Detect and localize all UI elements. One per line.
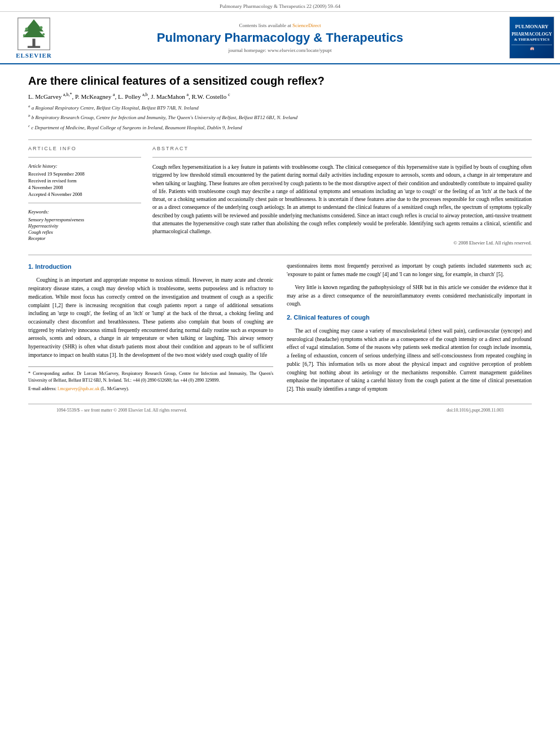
history-label: Article history:: [28, 163, 141, 169]
article-info-heading: ARTICLE INFO: [28, 146, 141, 151]
body-section: 1. Introduction Coughing is an important…: [28, 255, 532, 397]
body-left-col: 1. Introduction Coughing is an important…: [28, 262, 273, 397]
divider-info: [28, 157, 141, 158]
keyword-4: Receptor: [28, 235, 141, 241]
abstract-text: Cough reflex hypersensitization is a key…: [152, 163, 532, 235]
svg-point-6: [23, 34, 25, 36]
footnote-email: E-mail address: l.mcgarvey@qub.ac.uk (L.…: [28, 386, 273, 392]
keyword-2: Hyperreactivity: [28, 223, 141, 229]
sciencedirect-line: Contents lists available at ScienceDirec…: [68, 23, 492, 28]
keywords-label: Keywords:: [28, 209, 141, 215]
elsevier-tree-icon: [14, 17, 54, 51]
divider-keywords: [28, 203, 141, 203]
revised-label: Received in revised form: [28, 178, 141, 184]
footnotes: * Corresponding author. Dr Lorcan McGarv…: [28, 366, 273, 392]
copyright: © 2008 Elsevier Ltd. All rights reserved…: [152, 240, 532, 246]
intro-para-2: questionnaires items most frequently per…: [287, 262, 532, 278]
svg-point-7: [42, 33, 45, 35]
introduction-title: 1. Introduction: [28, 262, 273, 272]
keyword-3: Cough reflex: [28, 229, 141, 235]
journal-homepage: journal homepage: www.elsevier.com/locat…: [68, 47, 492, 53]
elsevier-logo: ELSEVIER: [6, 17, 62, 59]
svg-rect-1: [28, 46, 40, 47]
received-date: Received 19 September 2008: [28, 171, 141, 177]
svg-point-4: [25, 27, 28, 30]
journal-title: Pulmonary Pharmacology & Therapeutics: [68, 30, 492, 45]
journal-header: ELSEVIER Contents lists available at Sci…: [0, 12, 560, 64]
page: Pulmonary Pharmacology & Therapeutics 22…: [0, 0, 560, 747]
footnote-corresponding: * Corresponding author. Dr Lorcan McGarv…: [28, 370, 273, 384]
body-right-col: questionnaires items most frequently per…: [287, 262, 532, 397]
clinical-features-title: 2. Clinical features of cough: [287, 313, 532, 322]
intro-para-3: Very little is known regarding the patho…: [287, 283, 532, 308]
homepage-url: www.elsevier.com/locate/ypupt: [268, 47, 331, 53]
authors: L. McGarvey a,b,*, P. McKeagney a, L. Po…: [28, 92, 532, 100]
doi-text: doi:10.1016/j.pupt.2008.11.003: [447, 408, 504, 413]
accepted-date: Accepted 4 November 2008: [28, 191, 141, 197]
journal-center: Contents lists available at ScienceDirec…: [62, 23, 498, 53]
intro-para-1: Coughing is an important and appropriate…: [28, 276, 273, 359]
article-info-col: ARTICLE INFO Article history: Received 1…: [28, 146, 141, 246]
journal-logo-right: PULMONARY PHARMACOLOGY & THERAPEUTICS 🫁: [498, 16, 554, 59]
journal-citation: Pulmonary Pharmacology & Therapeutics 22…: [0, 0, 560, 12]
divider: [28, 139, 532, 140]
article-title: Are there clinical features of a sensiti…: [28, 75, 532, 88]
issn-text: 1094-5539/$ – see front matter © 2008 El…: [56, 408, 187, 413]
journal-logo-box: PULMONARY PHARMACOLOGY & THERAPEUTICS 🫁: [509, 16, 554, 59]
sciencedirect-link[interactable]: ScienceDirect: [292, 23, 321, 28]
abstract-col: ABSTRACT Cough reflex hypersensitization…: [152, 146, 532, 246]
main-content: Are there clinical features of a sensiti…: [0, 64, 560, 427]
article-info-abstract: ARTICLE INFO Article history: Received 1…: [28, 146, 532, 246]
keywords-section: Keywords: Sensory hyperresponsiveness Hy…: [28, 209, 141, 241]
email-address: l.mcgarvey@qub.ac.uk: [58, 386, 99, 391]
affiliations: a a Regional Respiratory Centre, Belfast…: [28, 103, 532, 132]
keyword-1: Sensory hyperresponsiveness: [28, 217, 141, 222]
clinical-para-1: The act of coughing may cause a variety …: [287, 327, 532, 394]
abstract-heading: ABSTRACT: [152, 146, 532, 151]
body-columns: 1. Introduction Coughing is an important…: [28, 262, 532, 397]
svg-point-5: [40, 26, 42, 29]
elsevier-brand: ELSEVIER: [16, 52, 52, 59]
bottom-bar: 1094-5539/$ – see front matter © 2008 El…: [28, 404, 532, 416]
revised-date: 4 November 2008: [28, 185, 141, 190]
divider-abstract: [152, 157, 532, 158]
